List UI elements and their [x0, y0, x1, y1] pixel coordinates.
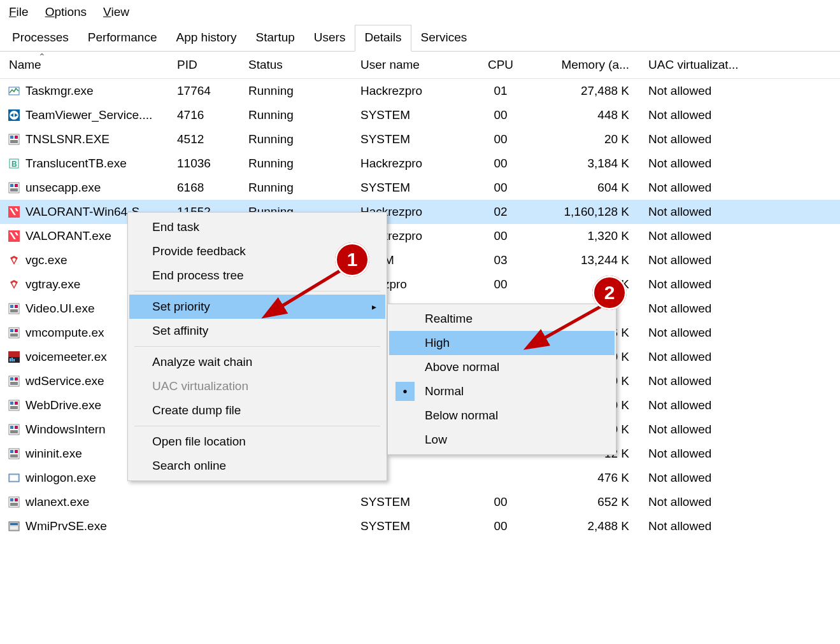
table-row[interactable]: BTranslucentTB.exe11036RunningHackrezpro… [0, 151, 840, 176]
col-user[interactable]: User name [360, 58, 475, 72]
col-pid[interactable]: PID [177, 58, 248, 72]
svg-rect-51 [10, 523, 18, 525]
priority-low[interactable]: Low [389, 428, 615, 452]
tab-performance[interactable]: Performance [78, 25, 167, 52]
table-row[interactable]: VALORANT-Win64-S11552RunningHackrezpro02… [0, 200, 840, 224]
col-cpu[interactable]: CPU [475, 58, 526, 72]
svg-rect-14 [8, 230, 20, 242]
priority-below-normal[interactable]: Below normal [389, 403, 615, 428]
process-memory: 27,488 K [526, 84, 641, 98]
menu-item-analyze-wait-chain[interactable]: Analyze wait chain [129, 350, 385, 374]
process-user: Hackrezpro [360, 84, 475, 98]
process-uac: Not allowed [641, 132, 840, 146]
menu-item-set-affinity[interactable]: Set affinity [129, 319, 385, 343]
menu-item-end-task[interactable]: End task [129, 215, 385, 239]
priority-above-normal[interactable]: Above normal [389, 355, 615, 379]
generic-icon [6, 495, 22, 509]
table-row[interactable]: Taskmgr.exe17764RunningHackrezpro0127,48… [0, 79, 840, 103]
process-name: Video.UI.exe [25, 302, 94, 316]
submenu-arrow-icon: ▸ [372, 302, 376, 312]
process-memory: 1,160,128 K [526, 205, 641, 219]
process-memory: 476 K [526, 471, 641, 485]
process-uac: Not allowed [641, 495, 840, 509]
vanguard-icon [6, 277, 22, 291]
svg-rect-43 [10, 454, 18, 458]
col-status[interactable]: Status [248, 58, 360, 72]
col-name[interactable]: ⌃Name [6, 58, 177, 72]
svg-rect-34 [15, 402, 18, 405]
svg-rect-5 [15, 136, 18, 139]
svg-rect-33 [10, 402, 13, 405]
teamviewer-icon [6, 108, 22, 122]
menu-options[interactable]: Options [45, 5, 87, 19]
svg-rect-22 [10, 333, 18, 337]
table-row[interactable]: WmiPrvSE.exeSYSTEM002,488 KNot allowed [0, 514, 840, 538]
menu-item-search-online[interactable]: Search online [129, 454, 385, 478]
table-row[interactable]: winlogon.exe476 KNot allowed [0, 466, 840, 490]
process-user: SYSTEM [360, 495, 475, 509]
tab-startup[interactable]: Startup [246, 25, 304, 52]
table-row[interactable]: VALORANT.exeHackrezpro001,320 KNot allow… [0, 224, 840, 248]
process-memory: 3,184 K [526, 157, 641, 171]
tab-users[interactable]: Users [304, 25, 355, 52]
generic-icon [6, 398, 22, 412]
table-row[interactable]: vgc.exeSTEM0313,244 KNot allowed [0, 248, 840, 272]
winlogon-icon [6, 471, 22, 485]
table-row[interactable]: TeamViewer_Service....4716RunningSYSTEM0… [0, 103, 840, 127]
priority-high[interactable]: High [389, 331, 615, 355]
process-name: TeamViewer_Service.... [25, 108, 152, 122]
process-name: VALORANT.exe [25, 229, 111, 243]
process-cpu: 03 [475, 253, 526, 267]
priority-realtime[interactable]: Realtime [389, 307, 615, 331]
menu-item-set-priority[interactable]: Set priority▸ [129, 295, 385, 319]
menu-item-open-file-location[interactable]: Open file location [129, 430, 385, 454]
vanguard-icon [6, 253, 22, 267]
svg-rect-20 [10, 329, 13, 332]
svg-rect-37 [10, 426, 13, 429]
menu-file[interactable]: File [9, 5, 29, 19]
process-cpu: 00 [475, 157, 526, 171]
svg-rect-26 [11, 358, 13, 361]
tab-processes[interactable]: Processes [3, 25, 78, 52]
process-uac: Not allowed [641, 302, 840, 316]
table-row[interactable]: vgtray.execkrezpro00104 KNot allowed [0, 272, 840, 297]
process-cpu: 00 [475, 181, 526, 195]
process-status: Running [248, 132, 360, 146]
menu-view[interactable]: View [103, 5, 129, 19]
column-headers: ⌃Name PID Status User name CPU Memory (a… [0, 52, 840, 79]
process-name: Taskmgr.exe [25, 84, 94, 98]
process-name: WindowsIntern [25, 423, 106, 437]
tab-details[interactable]: Details [355, 25, 411, 52]
process-memory: 2,488 K [526, 519, 641, 533]
priority-label: Above normal [425, 360, 499, 374]
table-row[interactable]: TNSLSNR.EXE4512RunningSYSTEM0020 KNot al… [0, 127, 840, 151]
svg-rect-48 [15, 498, 18, 501]
col-mem[interactable]: Memory (a... [526, 58, 641, 72]
svg-rect-13 [8, 206, 20, 218]
menu-item-uac-virtualization: UAC virtualization [129, 374, 385, 398]
priority-submenu[interactable]: RealtimeHighAbove normal•NormalBelow nor… [387, 304, 616, 455]
menu-item-create-dump-file[interactable]: Create dump file [129, 398, 385, 423]
tab-services[interactable]: Services [411, 25, 477, 52]
process-pid: 4716 [177, 108, 248, 122]
table-row[interactable]: wlanext.exeSYSTEM00652 KNot allowed [0, 490, 840, 514]
col-uac[interactable]: UAC virtualizat... [641, 58, 840, 72]
process-pid: 11036 [177, 157, 248, 171]
process-name: WmiPrvSE.exe [25, 519, 107, 533]
generic-icon [6, 326, 22, 340]
annotation-badge-2: 2 [592, 276, 627, 310]
process-user: SYSTEM [360, 108, 475, 122]
svg-rect-35 [10, 406, 18, 409]
priority-label: Low [425, 433, 447, 446]
svg-rect-4 [10, 136, 13, 139]
sort-ascending-icon: ⌃ [38, 52, 46, 62]
process-memory: 604 K [526, 181, 641, 195]
svg-rect-11 [15, 184, 18, 187]
process-uac: Not allowed [641, 519, 840, 533]
table-row[interactable]: unsecapp.exe6168RunningSYSTEM00604 KNot … [0, 176, 840, 200]
svg-rect-42 [15, 450, 18, 453]
valorant-icon [6, 229, 22, 243]
svg-rect-38 [15, 426, 18, 429]
priority-normal[interactable]: •Normal [389, 379, 615, 403]
tab-app-history[interactable]: App history [166, 25, 246, 52]
